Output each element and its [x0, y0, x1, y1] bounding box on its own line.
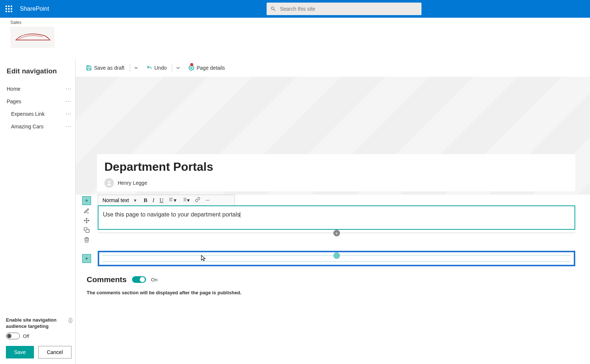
list-button[interactable]: ▾ — [182, 197, 190, 204]
undo-chevron[interactable] — [172, 64, 181, 72]
nav-item-pages[interactable]: Pages ··· — [7, 95, 74, 108]
save-as-draft-chevron[interactable] — [130, 64, 139, 72]
save-button[interactable]: Save — [6, 346, 34, 358]
search-icon — [270, 6, 276, 12]
chevron-down-icon — [175, 65, 181, 71]
command-bar: Save as draft Undo Page details — [76, 59, 590, 77]
cmd-label: Undo — [155, 65, 167, 71]
add-webpart-hint[interactable] — [333, 252, 340, 259]
app-name[interactable]: SharePoint — [20, 6, 49, 12]
svg-rect-4 — [86, 229, 89, 233]
move-webpart-button[interactable] — [83, 217, 90, 224]
nav-item-label: Pages — [7, 98, 21, 104]
text-format-toolbar: Normal text B I U ▾ ▾ ··· — [98, 195, 235, 205]
svg-point-0 — [191, 67, 192, 69]
cmd-label: Save as draft — [94, 65, 125, 71]
site-name[interactable]: Sales — [10, 20, 583, 25]
search-input[interactable] — [280, 6, 418, 12]
site-logo[interactable] — [10, 27, 55, 48]
nav-item-home[interactable]: Home ··· — [7, 83, 74, 95]
nav-item-expenses-link[interactable]: Expenses Link ··· — [7, 108, 74, 120]
pencil-icon — [84, 208, 90, 214]
align-button[interactable]: ▾ — [169, 197, 177, 204]
more-format-button[interactable]: ··· — [205, 197, 209, 204]
add-section-button[interactable]: + — [82, 196, 91, 205]
title-area[interactable]: Department Portals Henry Legge — [97, 154, 575, 191]
audience-targeting-state: Off — [23, 333, 29, 339]
svg-point-1 — [108, 181, 110, 183]
selected-section[interactable] — [98, 251, 575, 266]
mouse-cursor-icon — [200, 254, 207, 264]
chevron-down-icon — [133, 65, 139, 71]
nav-item-label: Home — [7, 86, 20, 92]
comments-toggle[interactable] — [132, 276, 146, 283]
more-icon[interactable]: ··· — [66, 123, 74, 130]
copy-icon — [84, 227, 90, 233]
duplicate-webpart-button[interactable] — [83, 226, 90, 234]
info-icon[interactable]: i — [69, 318, 72, 323]
nav-item-amazing-cars[interactable]: Amazing Cars ··· — [7, 120, 74, 133]
edit-navigation-panel: Edit navigation Home ··· Pages ··· Expen… — [0, 59, 75, 364]
comments-note: The comments section will be displayed a… — [87, 290, 575, 295]
text-webpart-content[interactable]: Use this page to navigate to your depart… — [98, 205, 575, 230]
avatar-icon — [104, 178, 114, 188]
italic-button[interactable]: I — [153, 197, 155, 204]
suite-bar: SharePoint — [0, 0, 590, 18]
page-author: Henry Legge — [104, 178, 568, 188]
more-icon[interactable]: ··· — [66, 111, 74, 117]
text-style-dropdown[interactable]: Normal text — [101, 197, 139, 204]
undo-icon — [146, 65, 152, 71]
page-title[interactable]: Department Portals — [104, 160, 568, 174]
page-canvas: Department Portals Henry Legge — [76, 77, 590, 195]
page-details-button[interactable]: Page details — [186, 63, 227, 72]
nav-item-label: Amazing Cars — [11, 124, 44, 129]
save-as-draft-button[interactable]: Save as draft — [84, 63, 127, 72]
notification-dot — [190, 63, 193, 66]
align-left-icon — [169, 197, 174, 202]
delete-webpart-button[interactable] — [83, 236, 90, 243]
page-editor: Save as draft Undo Page details Departme… — [75, 59, 590, 364]
sidebar-title: Edit navigation — [7, 67, 74, 75]
author-name[interactable]: Henry Legge — [118, 180, 147, 186]
search-box[interactable] — [267, 3, 421, 15]
trash-icon — [84, 237, 90, 243]
nav-item-label: Expenses Link — [11, 111, 45, 117]
empty-section-dropzone[interactable] — [102, 255, 571, 262]
comments-title: Comments — [87, 275, 127, 284]
add-webpart-divider[interactable]: + — [98, 233, 575, 240]
edit-webpart-button[interactable] — [83, 207, 90, 215]
waffle-icon — [6, 6, 12, 12]
list-icon — [182, 197, 187, 202]
link-button[interactable] — [195, 197, 200, 204]
bold-button[interactable]: B — [144, 197, 148, 204]
save-icon — [86, 65, 92, 71]
section-gutter: + — [76, 195, 98, 243]
cancel-button[interactable]: Cancel — [38, 346, 72, 358]
move-icon — [84, 218, 90, 223]
add-section-button-2[interactable]: + — [82, 254, 91, 263]
undo-button[interactable]: Undo — [144, 63, 169, 72]
comments-state: On — [151, 277, 157, 282]
link-icon — [195, 197, 200, 202]
underline-button[interactable]: U — [160, 197, 164, 204]
more-icon[interactable]: ··· — [66, 86, 74, 92]
more-icon[interactable]: ··· — [66, 98, 74, 105]
site-header: Sales — [0, 18, 590, 48]
audience-targeting-label: Enable site navigation audience targetin… — [6, 317, 72, 330]
app-launcher-button[interactable] — [0, 0, 18, 18]
add-webpart-button[interactable]: + — [333, 230, 340, 236]
site-logo-icon — [14, 32, 51, 43]
cmd-label: Page details — [197, 65, 225, 71]
audience-targeting-toggle[interactable] — [6, 333, 20, 339]
